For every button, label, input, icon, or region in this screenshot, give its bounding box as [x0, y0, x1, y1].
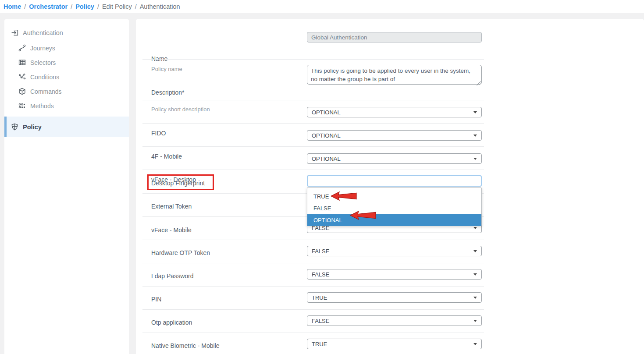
row-divider	[142, 286, 484, 287]
otp-application-select[interactable]: FALSE	[307, 315, 482, 326]
journeys-icon	[18, 44, 26, 52]
chevron-down-icon	[473, 297, 477, 299]
conditions-icon	[18, 73, 26, 81]
sidebar-item-label: Journeys	[30, 45, 55, 52]
select-value: OPTIONAL	[312, 132, 341, 139]
chevron-down-icon	[473, 273, 477, 276]
row-divider	[142, 170, 484, 170]
field-label-hardware-otp-token: Hardware OTP Token	[151, 249, 210, 256]
select-value: TRUE	[312, 294, 327, 301]
commands-icon	[18, 88, 26, 95]
sidebar-item-commands[interactable]: Commands	[4, 84, 129, 99]
ldap-password-select[interactable]: FALSE	[307, 269, 482, 280]
breadcrumb-orchestrator[interactable]: Orchestrator	[29, 3, 68, 10]
native-biometric-mobile-select[interactable]: TRUE	[307, 339, 482, 349]
description-textarea[interactable]: This policy is going to be applied to ev…	[307, 65, 482, 85]
select-value: FALSE	[312, 318, 329, 324]
policy-form: Name Policy name Description* Policy sho…	[136, 19, 644, 354]
field-label-vface-mobile: vFace - Mobile	[151, 227, 192, 234]
login-icon	[11, 29, 18, 36]
page: Home / Orchestrator / Policy / Edit Poli…	[0, 0, 644, 354]
select-value: FALSE	[312, 271, 329, 278]
sidebar-item-methods[interactable]: Methods	[4, 99, 129, 113]
breadcrumb-separator: /	[24, 3, 26, 10]
sidebar-item-label: Commands	[30, 88, 62, 95]
dropdown-option-false[interactable]: FALSE	[307, 202, 481, 214]
breadcrumb-separator: /	[97, 3, 99, 10]
vface-desktop-select[interactable]: OPTIONAL	[307, 153, 482, 164]
pin-select[interactable]: TRUE	[307, 292, 482, 303]
chevron-down-icon	[473, 250, 477, 252]
sidebar-item-label: Conditions	[30, 74, 59, 81]
chevron-down-icon	[473, 320, 477, 322]
chevron-down-icon	[473, 343, 477, 345]
sidebar-item-selectors[interactable]: Selectors	[4, 55, 129, 70]
sidebar-section-label: Authentication	[23, 29, 63, 36]
sidebar-item-label: Selectors	[30, 59, 56, 66]
chevron-down-icon	[473, 111, 477, 113]
field-label-fido: FIDO	[151, 130, 166, 137]
shield-icon	[11, 123, 18, 131]
sidebar-item-policy[interactable]: Policy	[4, 117, 129, 137]
methods-icon	[18, 102, 26, 110]
chevron-down-icon	[473, 135, 477, 137]
breadcrumb-edit-policy: Edit Policy	[102, 3, 132, 10]
sidebar-item-label: Methods	[30, 103, 54, 110]
sidebar-item-label: Policy	[23, 124, 42, 131]
field-label-description: Description*	[151, 89, 184, 96]
field-sublabel-description: Policy short description	[151, 106, 210, 113]
field-label-native-biometric-mobile: Native Biometric - Mobile	[151, 342, 220, 349]
breadcrumb-home[interactable]: Home	[4, 3, 21, 10]
name-input[interactable]	[307, 32, 482, 42]
row-divider	[142, 240, 484, 240]
row-divider	[142, 333, 484, 333]
sidebar-section-authentication[interactable]: Authentication	[4, 19, 129, 41]
field-sublabel-name: Policy name	[151, 66, 182, 72]
fido-select[interactable]: OPTIONAL	[307, 107, 482, 117]
row-divider	[142, 309, 484, 310]
sidebar-item-journeys[interactable]: Journeys	[4, 41, 129, 55]
breadcrumb-separator: /	[135, 3, 137, 10]
breadcrumb-authentication: Authentication	[140, 3, 180, 10]
row-divider	[142, 59, 484, 60]
select-value: OPTIONAL	[312, 156, 341, 162]
field-label-desktop-fingerprint: Desktop Fingerprint	[151, 180, 205, 187]
sidebar-item-conditions[interactable]: Conditions	[4, 70, 129, 84]
hardware-otp-token-select[interactable]: FALSE	[307, 246, 482, 256]
select-value: FALSE	[312, 248, 329, 255]
field-label-name: Name	[151, 55, 167, 62]
dropdown-menu: TRUE FALSE OPTIONAL	[307, 188, 482, 226]
field-label-external-token: External Token	[151, 203, 192, 210]
field-label-otp-application: Otp application	[151, 319, 192, 326]
field-label-pin: PIN	[151, 296, 161, 303]
4f-mobile-select[interactable]: OPTIONAL	[307, 130, 482, 141]
dropdown-option-optional[interactable]: OPTIONAL	[307, 214, 481, 226]
breadcrumb: Home / Orchestrator / Policy / Edit Poli…	[0, 0, 644, 13]
row-divider	[142, 146, 484, 147]
chevron-down-icon	[473, 158, 477, 160]
field-label-4f-mobile: 4F - Mobile	[151, 153, 182, 160]
select-value: OPTIONAL	[312, 109, 341, 116]
row-divider	[142, 100, 484, 100]
dropdown-option-true[interactable]: TRUE	[307, 191, 481, 202]
desktop-fingerprint-search-input[interactable]	[307, 175, 482, 187]
chevron-down-icon	[473, 227, 477, 229]
selectors-icon	[18, 59, 26, 66]
row-divider	[142, 263, 484, 263]
breadcrumb-separator: /	[71, 3, 72, 10]
row-divider	[142, 123, 484, 124]
breadcrumb-policy[interactable]: Policy	[75, 3, 94, 10]
sidebar: Authentication Journeys Selectors Condit…	[4, 19, 129, 354]
field-label-ldap-password: Ldap Password	[151, 273, 194, 280]
select-value: TRUE	[312, 341, 327, 347]
